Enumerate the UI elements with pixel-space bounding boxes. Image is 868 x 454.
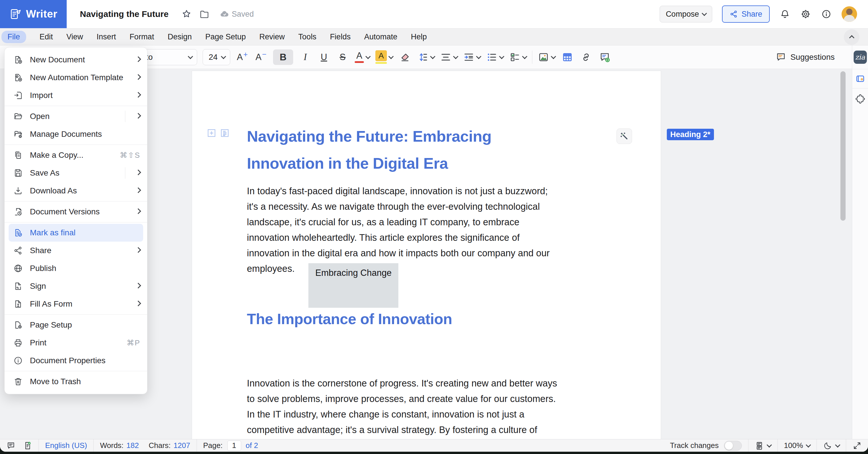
- insert-image-button[interactable]: [538, 50, 555, 65]
- underline-button[interactable]: U: [317, 50, 331, 65]
- brand-name: Writer: [26, 8, 57, 20]
- menu-divider: [5, 201, 147, 201]
- embedded-caption-box[interactable]: Embracing Change: [308, 263, 398, 308]
- menu-design[interactable]: Design: [167, 32, 192, 41]
- strikethrough-button[interactable]: S: [336, 50, 349, 65]
- menu-item-manage-documents[interactable]: Manage Documents: [5, 125, 147, 143]
- menu-item-publish[interactable]: Publish: [5, 259, 147, 277]
- settings-gear-icon[interactable]: [800, 9, 811, 20]
- folder-icon[interactable]: [199, 9, 210, 20]
- menu-page-setup[interactable]: Page Setup: [205, 32, 246, 41]
- menu-automate[interactable]: Automate: [364, 32, 398, 41]
- chevron-down-icon[interactable]: [835, 442, 840, 447]
- notifications-bell-icon[interactable]: [779, 9, 790, 20]
- zoom-level[interactable]: 100%: [784, 441, 803, 450]
- page-number-input[interactable]: 1: [227, 441, 241, 451]
- increase-font-button[interactable]: A+: [236, 50, 249, 65]
- menu-insert[interactable]: Insert: [97, 32, 116, 41]
- proofing-doc-check-icon[interactable]: [23, 441, 32, 450]
- fullscreen-expand-icon[interactable]: [852, 441, 862, 450]
- chevron-down-icon: [221, 54, 226, 59]
- dark-mode-moon-icon[interactable]: [823, 441, 832, 450]
- paragraph-1[interactable]: In today's fast-paced digital landscape,…: [247, 183, 626, 277]
- menu-help[interactable]: Help: [411, 32, 427, 41]
- menu-item-move-to-trash[interactable]: Move to Trash: [5, 373, 147, 390]
- menu-edit[interactable]: Edit: [40, 32, 53, 41]
- menu-item-document-versions[interactable]: Document Versions: [5, 203, 147, 221]
- bold-button[interactable]: B: [273, 50, 293, 65]
- document-page[interactable]: Navigating the Future: Embracing Innovat…: [192, 71, 661, 439]
- menu-format[interactable]: Format: [130, 32, 154, 41]
- menu-item-page-setup[interactable]: Page Setup: [5, 316, 147, 334]
- notebook-panel-button[interactable]: [852, 69, 868, 89]
- line-spacing-button[interactable]: [417, 50, 435, 65]
- section-heading[interactable]: The Importance of Innovation: [247, 310, 618, 328]
- menu-item-fill-as-form[interactable]: Fill As Form: [5, 295, 147, 313]
- chevron-down-icon: [551, 54, 556, 59]
- suggestions-toggle[interactable]: Suggestions: [775, 52, 852, 63]
- font-color-button[interactable]: A: [355, 50, 370, 65]
- font-size-dropdown[interactable]: 24: [203, 49, 230, 65]
- align-button[interactable]: [440, 50, 458, 65]
- page-view-icon[interactable]: [755, 441, 764, 450]
- menu-item-import[interactable]: Import: [5, 87, 147, 104]
- sign-document-icon: [13, 281, 23, 291]
- document-heading[interactable]: Navigating the Future: Embracing Innovat…: [247, 123, 618, 177]
- menu-item-save-as[interactable]: Save As: [5, 164, 147, 182]
- chevron-down-icon[interactable]: [806, 442, 811, 447]
- menu-fields[interactable]: Fields: [330, 32, 351, 41]
- writer-logo[interactable]: Writer: [0, 0, 67, 28]
- menu-divider: [5, 106, 147, 106]
- menu-tools[interactable]: Tools: [298, 32, 316, 41]
- menu-item-new-automation-template[interactable]: New Automation Template: [5, 69, 147, 87]
- chevron-down-icon[interactable]: [767, 442, 772, 447]
- zia-assistant-button[interactable]: zia: [852, 45, 868, 69]
- page-setup-icon: [13, 320, 23, 330]
- chevron-down-icon: [430, 54, 435, 59]
- highlight-color-button[interactable]: A: [375, 50, 393, 65]
- insert-link-button[interactable]: [580, 50, 593, 65]
- menu-view[interactable]: View: [66, 32, 83, 41]
- menu-item-download-as[interactable]: Download As: [5, 182, 147, 200]
- track-changes-toggle[interactable]: [724, 441, 742, 451]
- fill-as-form-icon: [13, 299, 23, 309]
- bullet-list-button[interactable]: [486, 50, 503, 65]
- collapse-toolbar-button[interactable]: [844, 29, 859, 45]
- checklist-button[interactable]: [509, 50, 527, 65]
- file-menu: New Document New Automation Template Imp…: [4, 47, 148, 394]
- add-comment-button[interactable]: [598, 50, 611, 65]
- insert-block-plus-icon[interactable]: [206, 128, 217, 138]
- indent-button[interactable]: [463, 50, 480, 65]
- menu-review[interactable]: Review: [259, 32, 285, 41]
- chars-count[interactable]: 1207: [174, 441, 190, 450]
- menu-item-open[interactable]: Open: [5, 107, 147, 125]
- clear-formatting-eraser-icon[interactable]: [398, 50, 411, 65]
- track-changes-label: Track changes: [670, 441, 719, 450]
- paragraph-style-icon[interactable]: [220, 128, 230, 138]
- comments-icon[interactable]: [6, 441, 16, 450]
- ai-rewrite-button[interactable]: [617, 128, 632, 144]
- menu-item-document-properties[interactable]: Document Properties: [5, 352, 147, 369]
- vertical-scrollbar[interactable]: [840, 71, 845, 221]
- compose-button[interactable]: Compose: [660, 6, 712, 23]
- menu-item-new-document[interactable]: New Document: [5, 51, 147, 69]
- menu-item-print[interactable]: Print ⌘P: [5, 334, 147, 352]
- insert-table-button[interactable]: [561, 50, 574, 65]
- menu-item-mark-as-final[interactable]: Mark as final: [9, 224, 143, 242]
- help-info-icon[interactable]: [821, 9, 832, 20]
- decrease-font-button[interactable]: A−: [254, 50, 268, 65]
- menu-item-sign[interactable]: Sign: [5, 277, 147, 295]
- share-button[interactable]: Share: [722, 5, 770, 23]
- document-title-field[interactable]: Navigating the Future: [80, 9, 168, 19]
- favorite-star-icon[interactable]: [181, 9, 192, 20]
- menu-item-share[interactable]: Share: [5, 242, 147, 259]
- menu-file[interactable]: File: [1, 31, 26, 43]
- menu-item-make-a-copy[interactable]: Make a Copy... ⌘⇧S: [5, 146, 147, 164]
- language-selector[interactable]: English (US): [45, 441, 87, 450]
- extensions-panel-button[interactable]: [852, 89, 868, 110]
- words-count[interactable]: 182: [126, 441, 139, 450]
- italic-button[interactable]: I: [299, 50, 312, 65]
- paragraph-2[interactable]: Innovation is the cornerstone of progres…: [247, 376, 626, 439]
- user-avatar[interactable]: [842, 6, 857, 22]
- suggestions-comment-icon: [775, 52, 786, 63]
